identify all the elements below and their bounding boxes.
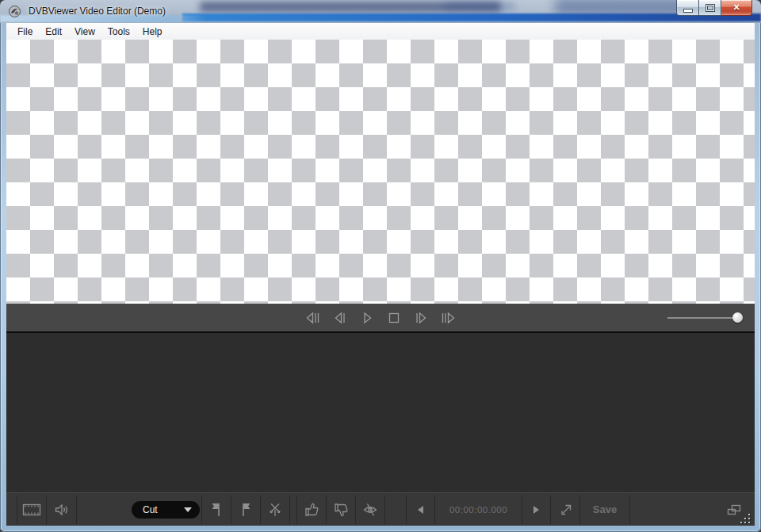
app-icon[interactable] — [8, 5, 21, 18]
volume-slider[interactable] — [667, 312, 743, 323]
divider — [384, 496, 385, 524]
aero-blur-decoration — [444, 3, 515, 10]
stop-button[interactable] — [384, 310, 403, 326]
frame-back-icon — [331, 311, 350, 325]
volume-slider-track — [667, 317, 743, 319]
menu-view[interactable]: View — [68, 25, 101, 39]
thumbs-up-icon — [302, 501, 321, 519]
playback-buttons — [304, 310, 457, 326]
cut-here-button[interactable] — [261, 493, 289, 526]
minimize-icon — [684, 10, 692, 12]
divider — [289, 496, 290, 524]
prev-cut-icon — [418, 506, 423, 514]
video-preview-area[interactable] — [6, 40, 755, 304]
menu-help[interactable]: Help — [136, 25, 169, 39]
jump-to-position-icon — [558, 502, 574, 518]
volume-slider-thumb[interactable] — [732, 312, 743, 323]
menu-tools[interactable]: Tools — [101, 25, 136, 39]
minimize-button[interactable] — [676, 0, 699, 16]
eye-slash-icon — [361, 501, 380, 519]
discard-segment-button[interactable] — [327, 493, 355, 526]
next-cut-icon — [533, 506, 539, 514]
flag-end-icon — [237, 501, 254, 519]
filmstrip-icon — [21, 502, 42, 518]
close-button[interactable]: ✕ — [721, 0, 752, 16]
menu-file[interactable]: File — [11, 25, 39, 39]
window-title: DVBViewer Video Editor (Demo) — [29, 6, 166, 17]
stop-icon — [384, 311, 403, 325]
jump-forward-icon — [438, 311, 457, 325]
menu-edit[interactable]: Edit — [39, 25, 68, 39]
jump-back-icon — [304, 311, 323, 325]
jump-back-button[interactable] — [304, 310, 323, 326]
divider — [629, 496, 630, 524]
set-cut-start-button[interactable] — [202, 493, 231, 526]
keep-segment-button[interactable] — [297, 493, 326, 526]
play-icon — [358, 311, 377, 325]
maximize-button[interactable] — [699, 0, 721, 16]
jump-to-position-button[interactable] — [553, 493, 579, 526]
scissors-icon — [266, 501, 284, 519]
edit-mode-value: Cut — [143, 504, 158, 515]
thumbs-down-icon — [331, 501, 350, 519]
next-cut-button[interactable] — [522, 493, 550, 526]
chevron-down-icon — [184, 507, 192, 512]
playback-bar — [6, 304, 755, 331]
hide-preview-button[interactable] — [356, 493, 384, 526]
edit-mode-dropdown[interactable]: Cut — [132, 501, 200, 519]
filmstrip-toggle-button[interactable] — [17, 493, 46, 526]
divider — [76, 496, 77, 524]
menubar: File Edit View Tools Help — [6, 23, 755, 40]
frame-forward-button[interactable] — [411, 310, 430, 326]
divider — [550, 496, 551, 524]
app-window: DVBViewer Video Editor (Demo) ✕ File Edi… — [0, 0, 761, 532]
close-icon: ✕ — [732, 3, 740, 12]
frame-forward-icon — [411, 311, 430, 325]
maximize-icon — [706, 5, 714, 11]
bottom-toolbar: Cut — [6, 492, 755, 526]
aero-blur-decoration — [182, 13, 761, 21]
jump-forward-button[interactable] — [438, 310, 457, 326]
previous-cut-button[interactable] — [407, 493, 434, 526]
titlebar[interactable]: DVBViewer Video Editor (Demo) ✕ — [0, 0, 761, 23]
play-button[interactable] — [358, 310, 377, 326]
set-cut-end-button[interactable] — [231, 493, 260, 526]
flag-start-icon — [208, 501, 225, 519]
resize-grip[interactable] — [739, 512, 751, 524]
window-controls: ✕ — [676, 0, 752, 16]
save-button[interactable]: Save — [580, 493, 629, 526]
timeline-area[interactable] — [6, 333, 755, 492]
audio-toggle-button[interactable] — [47, 493, 76, 526]
speaker-icon — [52, 502, 71, 518]
time-display: 00:00:00.000 — [435, 493, 522, 526]
frame-back-button[interactable] — [331, 310, 350, 326]
